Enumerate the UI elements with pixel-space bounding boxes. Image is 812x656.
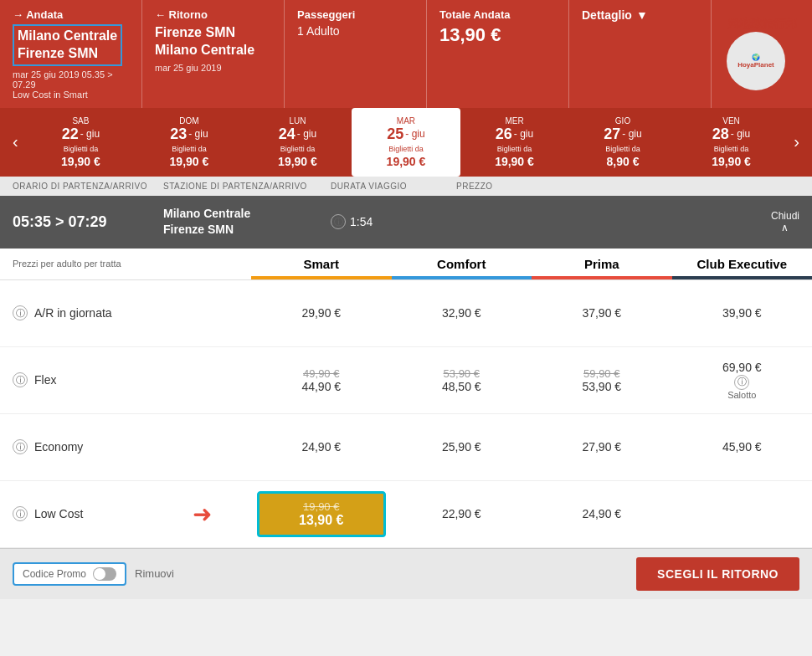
promo-area: Codice Promo Rimuovi	[13, 562, 174, 586]
price-header: PREZZO	[456, 182, 799, 191]
andata-label: → Andata	[13, 8, 129, 21]
lowcost-label: Low Cost	[34, 507, 83, 520]
passeggeri-label: Passeggeri	[297, 8, 414, 21]
route-from: Milano Centrale Firenze SMN	[18, 28, 117, 63]
ar-info-icon[interactable]: ⓘ	[13, 305, 28, 320]
station-header: STAZIONE DI PARTENZA/ARRIVO	[163, 182, 331, 191]
calendar-day-1[interactable]: SAB 22 - giu Biglietti da 19,90 €	[27, 108, 136, 177]
calendar-day-4-active[interactable]: MAR 25 - giu Biglietti da 19,90 €	[352, 108, 460, 177]
footer: Codice Promo Rimuovi SCEGLI IL RITORNO	[0, 548, 812, 599]
flex-label: Flex	[34, 373, 56, 387]
logo-area: 圈地球旅行邦 🌍 HoyaPlanet	[712, 0, 812, 108]
scegli-ritorno-button[interactable]: SCEGLI IL RITORNO	[636, 557, 799, 591]
flex-info-icon[interactable]: ⓘ	[13, 372, 28, 387]
flex-smart-price[interactable]: 49,90 € 44,90 €	[251, 359, 392, 402]
next-day-button[interactable]: ›	[785, 124, 808, 160]
duration-info-icon[interactable]: ⓘ	[331, 214, 346, 229]
lowcost-highlighted-cell[interactable]: 19,90 € 13,90 €	[257, 491, 386, 537]
logo-circle: 🌍 HoyaPlanet	[727, 32, 785, 90]
economy-label: Economy	[34, 440, 83, 454]
totale-label: Totale Andata	[439, 8, 556, 21]
header-andata: → Andata Milano Centrale Firenze SMN mar…	[0, 0, 142, 108]
col-header-executive: Club Executive	[672, 249, 813, 279]
economy-executive-price[interactable]: 45,90 €	[672, 432, 813, 462]
train-station: Milano Centrale Firenze SMN	[163, 206, 331, 238]
salotto-info-icon[interactable]: ⓘ	[734, 375, 749, 390]
header-dettaglio[interactable]: Dettaglio ▼	[569, 0, 712, 108]
price-table: Prezzi per adulto per tratta Smart Comfo…	[0, 249, 812, 548]
ar-smart-price[interactable]: 29,90 €	[251, 298, 392, 328]
lowcost-prima-price[interactable]: 24,90 €	[532, 499, 672, 529]
promo-label: Codice Promo	[23, 568, 86, 580]
arrow-indicator: ➜	[193, 500, 212, 528]
lowcost-info-icon[interactable]: ⓘ	[13, 506, 28, 521]
return-route: Firenze SMN Milano Centrale	[155, 24, 271, 59]
ar-executive-price[interactable]: 39,90 €	[672, 298, 813, 328]
ar-prima-price[interactable]: 37,90 €	[532, 298, 672, 328]
promo-toggle[interactable]	[93, 567, 116, 581]
route-date: mar 25 giu 2019 05.35 > 07.29 Low Cost i…	[13, 69, 129, 100]
lowcost-comfort-price[interactable]: 22,90 €	[392, 499, 532, 529]
chevron-down-icon: ▼	[636, 8, 648, 22]
calendar-row: ‹ SAB 22 - giu Biglietti da 19,90 € DOM …	[0, 108, 812, 177]
col-header-prima: Prima	[532, 249, 672, 279]
route-box: Milano Centrale Firenze SMN	[13, 24, 122, 66]
economy-smart-price[interactable]: 24,90 €	[251, 432, 392, 462]
ar-label: A/R in giornata	[34, 306, 112, 320]
col-header-smart: Smart	[251, 249, 392, 279]
header-ritorno: ← Ritorno Firenze SMN Milano Centrale ma…	[142, 0, 285, 108]
price-header-label: Prezzi per adulto per tratta	[0, 249, 251, 279]
chevron-up-icon: ∧	[771, 222, 799, 233]
economy-prima-price[interactable]: 27,90 €	[532, 432, 672, 462]
header-passeggeri: Passeggeri 1 Adulto	[285, 0, 427, 108]
time-header: ORARIO DI PARTENZA/ARRIVO	[13, 182, 163, 191]
row-economy: ⓘ Economy 24,90 € 25,90 € 27,90 € 45,90 …	[0, 414, 812, 481]
lowcost-smart-price[interactable]: 19,90 € 13,90 €	[251, 481, 392, 547]
total-price: 13,90 €	[439, 24, 556, 46]
row-lowcost: ⓘ Low Cost ➜ 19,90 € 13,90 € 22,90 € 24,…	[0, 481, 812, 548]
train-time: 05:35 > 07:29	[13, 213, 163, 231]
duration-header: DURATA VIAGGIO	[331, 182, 456, 191]
calendar-day-7[interactable]: VEN 28 - giu Biglietti da 19,90 €	[677, 108, 786, 177]
calendar-day-6[interactable]: GIO 27 - giu Biglietti da 8,90 €	[568, 108, 677, 177]
rimuovi-button[interactable]: Rimuovi	[135, 567, 174, 580]
ar-comfort-price[interactable]: 32,90 €	[392, 298, 532, 328]
lowcost-executive-price	[672, 505, 813, 522]
economy-info-icon[interactable]: ⓘ	[13, 439, 28, 454]
header: → Andata Milano Centrale Firenze SMN mar…	[0, 0, 812, 108]
row-ar-giornata: ⓘ A/R in giornata 29,90 € 32,90 € 37,90 …	[0, 280, 812, 347]
price-table-header: Prezzi per adulto per tratta Smart Comfo…	[0, 249, 812, 280]
header-totale: Totale Andata 13,90 €	[427, 0, 569, 108]
prev-day-button[interactable]: ‹	[4, 124, 27, 160]
calendar-day-3[interactable]: LUN 24 - giu Biglietti da 19,90 €	[244, 108, 352, 177]
dettaglio-button[interactable]: Dettaglio ▼	[582, 8, 698, 22]
calendar-day-5[interactable]: MER 26 - giu Biglietti da 19,90 €	[460, 108, 569, 177]
promo-code-box: Codice Promo	[13, 562, 126, 586]
row-flex: ⓘ Flex 49,90 € 44,90 € 53,90 € 48,50 € 5…	[0, 347, 812, 414]
return-date: mar 25 giu 2019	[155, 63, 271, 73]
train-duration: ⓘ 1:54	[331, 214, 456, 229]
col-header-comfort: Comfort	[392, 249, 532, 279]
calendar-day-2[interactable]: DOM 23 - giu Biglietti da 19,90 €	[135, 108, 244, 177]
ritorno-label: ← Ritorno	[155, 8, 271, 21]
flex-prima-price[interactable]: 59,90 € 53,90 €	[532, 359, 672, 402]
train-row: 05:35 > 07:29 Milano Centrale Firenze SM…	[0, 196, 812, 249]
passengers: 1 Adulto	[297, 24, 414, 38]
economy-comfort-price[interactable]: 25,90 €	[392, 432, 532, 462]
flex-executive-price[interactable]: 69,90 € ⓘ Salotto	[672, 352, 813, 408]
column-headers: ORARIO DI PARTENZA/ARRIVO STAZIONE DI PA…	[0, 177, 812, 196]
close-button[interactable]: Chiudi ∧	[771, 210, 799, 233]
flex-comfort-price[interactable]: 53,90 € 48,50 €	[392, 359, 532, 402]
